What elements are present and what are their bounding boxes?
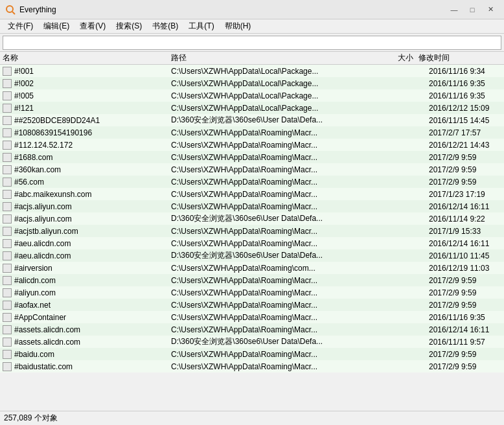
menu-bar: 文件(F)编辑(E)查看(V)搜索(S)书签(B)工具(T)帮助(H) bbox=[0, 19, 504, 34]
table-row[interactable]: #airversionC:\Users\XZWH\AppData\Roaming… bbox=[0, 262, 504, 274]
cell-modified: 2016/11/16 9:35 bbox=[426, 79, 504, 88]
folder-icon bbox=[3, 325, 12, 334]
cell-path: C:\Users\XZWH\AppData\Roaming\Macr... bbox=[168, 165, 387, 174]
cell-path: C:\Users\XZWH\AppData\Roaming\Macr... bbox=[168, 227, 387, 236]
cell-path: C:\Users\XZWH\AppData\Roaming\Macr... bbox=[168, 239, 387, 248]
folder-icon bbox=[3, 79, 12, 88]
col-header-name[interactable]: 名称 bbox=[0, 52, 168, 64]
cell-modified: 2016/12/12 15:09 bbox=[426, 104, 504, 113]
menu-item-B[interactable]: 书签(B) bbox=[147, 19, 183, 33]
col-header-modified[interactable]: 修改时间 bbox=[416, 52, 494, 64]
cell-modified: 2016/11/16 9:35 bbox=[426, 91, 504, 100]
table-row[interactable]: #!002C:\Users\XZWH\AppData\Local\Package… bbox=[0, 77, 504, 89]
cell-modified: 2016/12/14 16:11 bbox=[426, 239, 504, 248]
folder-icon bbox=[3, 301, 12, 310]
table-row[interactable]: #112.124.52.172C:\Users\XZWH\AppData\Roa… bbox=[0, 139, 504, 151]
table-row[interactable]: #aeu.alicdn.comC:\Users\XZWH\AppData\Roa… bbox=[0, 237, 504, 249]
cell-modified: 2017/1/23 17:19 bbox=[426, 190, 504, 199]
cell-modified: 2016/11/15 14:45 bbox=[426, 116, 504, 125]
minimize-button[interactable]: — bbox=[446, 3, 463, 16]
cell-modified: 2017/2/9 9:59 bbox=[426, 362, 504, 371]
cell-name: #1688.com bbox=[0, 153, 168, 162]
cell-modified: 2016/12/14 16:11 bbox=[426, 202, 504, 211]
table-row[interactable]: #acjs.aliyun.comD:\360安全浏览器\360se6\User … bbox=[0, 212, 504, 225]
cell-path: C:\Users\XZWH\AppData\Roaming\Macr... bbox=[168, 128, 387, 137]
cell-path: C:\Users\XZWH\AppData\Roaming\Macr... bbox=[168, 301, 387, 310]
cell-path: C:\Users\XZWH\AppData\Roaming\Macr... bbox=[168, 325, 387, 334]
table-row[interactable]: #aeu.alicdn.comD:\360安全浏览器\360se6\User D… bbox=[0, 249, 504, 262]
table-row[interactable]: #360kan.comC:\Users\XZWH\AppData\Roaming… bbox=[0, 163, 504, 176]
table-row[interactable]: #acjs.aliyun.comC:\Users\XZWH\AppData\Ro… bbox=[0, 200, 504, 212]
cell-name: #airversion bbox=[0, 264, 168, 273]
cell-modified: 2016/12/19 11:03 bbox=[426, 264, 504, 273]
menu-item-F[interactable]: 文件(F) bbox=[3, 19, 38, 33]
cell-name: #assets.alicdn.com bbox=[0, 338, 168, 347]
cell-modified: 2017/2/9 9:59 bbox=[426, 165, 504, 174]
cell-path: D:\360安全浏览器\360se6\User Data\Defa... bbox=[168, 213, 387, 224]
menu-item-T[interactable]: 工具(T) bbox=[183, 19, 219, 33]
cell-name: ##2520BDCE89DD24A1 bbox=[0, 116, 168, 125]
table-row[interactable]: #alicdn.comC:\Users\XZWH\AppData\Roaming… bbox=[0, 274, 504, 286]
close-button[interactable]: ✕ bbox=[482, 3, 499, 16]
cell-path: C:\Users\XZWH\AppData\Roaming\Macr... bbox=[168, 178, 387, 187]
folder-icon bbox=[3, 91, 12, 100]
cell-name: #alicdn.com bbox=[0, 276, 168, 285]
table-row[interactable]: #acjstb.aliyun.comC:\Users\XZWH\AppData\… bbox=[0, 225, 504, 237]
app-icon bbox=[5, 5, 16, 15]
search-bar bbox=[0, 34, 504, 52]
cell-path: C:\Users\XZWH\AppData\Roaming\Macr... bbox=[168, 190, 387, 199]
cell-name: #acjs.aliyun.com bbox=[0, 214, 168, 224]
menu-item-V[interactable]: 查看(V) bbox=[74, 19, 111, 33]
table-row[interactable]: #abc.maikexunsh.comC:\Users\XZWH\AppData… bbox=[0, 188, 504, 200]
svg-line-1 bbox=[12, 12, 15, 14]
col-header-path[interactable]: 路径 bbox=[168, 52, 377, 64]
table-row[interactable]: #56.comC:\Users\XZWH\AppData\Roaming\Mac… bbox=[0, 176, 504, 188]
cell-name: #aeu.alicdn.com bbox=[0, 251, 168, 260]
table-row[interactable]: #baidustatic.comC:\Users\XZWH\AppData\Ro… bbox=[0, 360, 504, 373]
table-row[interactable]: #!121C:\Users\XZWH\AppData\Local\Package… bbox=[0, 102, 504, 114]
folder-icon bbox=[3, 141, 12, 150]
table-row[interactable]: #!001C:\Users\XZWH\AppData\Local\Package… bbox=[0, 65, 504, 77]
cell-path: C:\Users\XZWH\AppData\Roaming\Macr... bbox=[168, 202, 387, 211]
folder-icon bbox=[3, 165, 12, 174]
col-header-size[interactable]: 大小 bbox=[377, 52, 416, 64]
cell-name: #!121 bbox=[0, 104, 168, 113]
menu-item-E[interactable]: 编辑(E) bbox=[38, 19, 74, 33]
cell-modified: 2017/2/9 9:59 bbox=[426, 276, 504, 285]
cell-name: #10808639154190196 bbox=[0, 128, 168, 137]
window-controls: — □ ✕ bbox=[446, 3, 499, 16]
cell-path: D:\360安全浏览器\360se6\User Data\Defa... bbox=[168, 250, 387, 261]
table-row[interactable]: #AppContainerC:\Users\XZWH\AppData\Roami… bbox=[0, 311, 504, 323]
folder-icon bbox=[3, 202, 12, 211]
table-row[interactable]: #aofax.netC:\Users\XZWH\AppData\Roaming\… bbox=[0, 299, 504, 311]
menu-item-S[interactable]: 搜索(S) bbox=[111, 19, 147, 33]
table-row[interactable]: #assets.alicdn.comC:\Users\XZWH\AppData\… bbox=[0, 323, 504, 336]
folder-icon bbox=[3, 239, 12, 248]
maximize-button[interactable]: □ bbox=[464, 3, 481, 16]
file-list-container[interactable]: #!001C:\Users\XZWH\AppData\Local\Package… bbox=[0, 65, 504, 411]
folder-icon bbox=[3, 67, 12, 76]
cell-modified: 2017/2/9 9:59 bbox=[426, 178, 504, 187]
table-row[interactable]: #baidu.comC:\Users\XZWH\AppData\Roaming\… bbox=[0, 348, 504, 360]
folder-icon bbox=[3, 190, 12, 199]
table-row[interactable]: #assets.alicdn.comD:\360安全浏览器\360se6\Use… bbox=[0, 336, 504, 348]
cell-name: #!005 bbox=[0, 91, 168, 100]
table-row[interactable]: #1688.comC:\Users\XZWH\AppData\Roaming\M… bbox=[0, 151, 504, 163]
folder-icon bbox=[3, 288, 12, 297]
table-row[interactable]: #aliyun.comC:\Users\XZWH\AppData\Roaming… bbox=[0, 286, 504, 299]
cell-modified: 2016/11/14 9:22 bbox=[426, 214, 504, 224]
status-bar: 257,089 个对象 bbox=[0, 411, 504, 425]
folder-icon bbox=[3, 338, 12, 347]
table-row[interactable]: ##2520BDCE89DD24A1D:\360安全浏览器\360se6\Use… bbox=[0, 114, 504, 126]
cell-path: C:\Users\XZWH\AppData\Local\Package... bbox=[168, 104, 387, 113]
search-input[interactable] bbox=[3, 36, 501, 50]
table-row[interactable]: #10808639154190196C:\Users\XZWH\AppData\… bbox=[0, 126, 504, 139]
cell-modified: 2017/2/9 9:59 bbox=[426, 153, 504, 162]
cell-name: #abc.maikexunsh.com bbox=[0, 190, 168, 199]
cell-path: C:\Users\XZWH\AppData\Roaming\Macr... bbox=[168, 350, 387, 359]
cell-path: D:\360安全浏览器\360se6\User Data\Defa... bbox=[168, 115, 387, 126]
table-row[interactable]: #!005C:\Users\XZWH\AppData\Local\Package… bbox=[0, 89, 504, 102]
cell-modified: 2016/12/14 16:11 bbox=[426, 325, 504, 334]
cell-name: #acjs.aliyun.com bbox=[0, 202, 168, 211]
menu-item-H[interactable]: 帮助(H) bbox=[220, 19, 257, 33]
